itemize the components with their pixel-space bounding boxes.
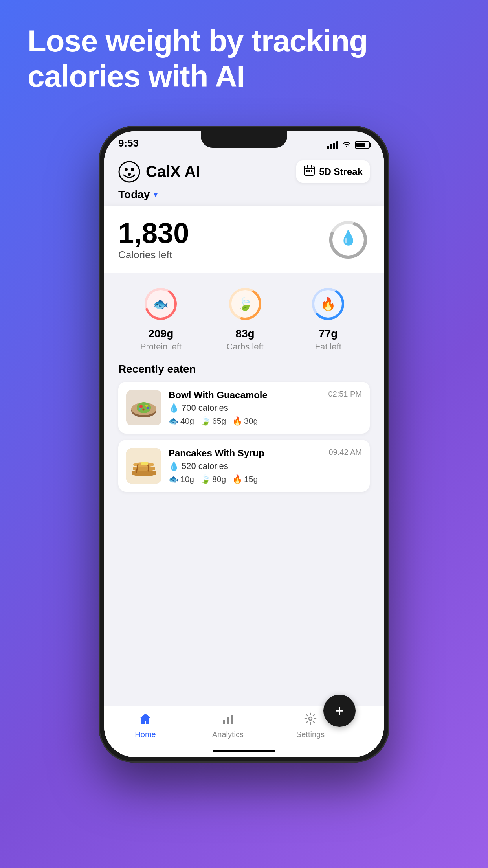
carbs-label: Carbs left [227,342,264,352]
headline-line2: calories with AI [28,59,460,94]
analytics-icon [221,712,235,728]
recently-eaten-title: Recently eaten [118,363,370,375]
pancakes-fat: 15g [244,474,258,484]
home-icon [139,712,152,728]
food-calories-pancakes: 💧 520 calories [169,461,362,471]
svg-point-39 [309,717,312,720]
food-calories-bowl: 💧 700 calories [169,403,362,413]
protein-icon: 🐟 [153,296,169,311]
calendar-icon [303,164,315,179]
food-details-bowl: Bowl With Guacamole 02:51 PM 💧 700 calor… [169,390,362,426]
nav-settings-label: Settings [296,730,325,739]
svg-point-27 [147,407,149,409]
macros-section: 🐟 209g Protein left 🍃 83g Car [104,273,384,363]
bowl-carbs: 65g [212,416,226,426]
pancakes-protein: 10g [180,474,194,484]
svg-point-28 [139,408,141,410]
phone-screen: 9:53 [104,131,384,757]
food-time-bowl: 02:51 PM [328,390,362,399]
svg-rect-36 [223,720,225,724]
app-name: CalX AI [146,163,200,180]
macro-protein: 🐟 209g Protein left [140,284,182,352]
protein-ring: 🐟 [141,284,180,324]
food-image-pancakes [126,448,161,484]
food-image-bowl [126,390,161,425]
food-card-bowl[interactable]: Bowl With Guacamole 02:51 PM 💧 700 calor… [118,382,370,434]
headline: Lose weight by tracking calories with AI [28,24,460,94]
nav-analytics[interactable]: Analytics [187,712,269,739]
protein-label: Protein left [140,342,182,352]
headline-line1: Lose weight by tracking [28,24,460,59]
bottom-nav: Home Analytics + [104,706,384,747]
status-icons [327,140,370,149]
calories-card: 1,830 Calories left 💧 [104,206,384,273]
streak-text: 5D Streak [319,166,363,177]
svg-point-2 [131,168,134,171]
macro-carbs: 🍃 83g Carbs left [226,284,265,352]
svg-point-0 [119,162,139,182]
food-calories-bowl-value: 700 calories [182,403,228,413]
water-ring: 💧 [327,218,370,261]
status-time: 9:53 [118,137,139,149]
svg-rect-37 [227,717,229,724]
svg-rect-8 [306,170,308,172]
date-label: Today [118,188,150,201]
svg-point-1 [125,168,128,171]
wifi-icon [342,140,351,149]
calories-number: 1,830 [118,219,189,247]
svg-rect-35 [141,462,148,465]
recently-eaten-section: Recently eaten [104,363,384,706]
nav-home-label: Home [135,730,156,739]
fat-ring: 🔥 [308,284,348,324]
logo-icon [118,161,140,183]
svg-rect-10 [311,170,312,172]
carbs-value: 83g [235,327,254,340]
fat-value: 77g [319,327,338,340]
home-indicator [213,750,275,752]
fat-label: Fat left [315,342,341,352]
nav-home[interactable]: Home [104,712,187,739]
bowl-protein: 40g [180,416,194,426]
phone-frame: 9:53 [99,126,389,763]
nav-analytics-label: Analytics [212,730,244,739]
food-details-pancakes: Pancakes With Syrup 09:42 AM 💧 520 calor… [169,448,362,484]
svg-text:💧: 💧 [339,229,357,246]
date-selector[interactable]: Today ▾ [104,183,384,206]
app-logo: CalX AI [118,161,200,183]
carbs-icon: 🍃 [237,296,253,311]
svg-rect-31 [132,471,156,475]
bowl-fat: 30g [244,416,258,426]
svg-point-3 [128,173,131,176]
calories-label: Calories left [118,249,189,261]
date-dropdown-icon: ▾ [154,190,158,199]
fab-plus-icon: + [335,703,344,718]
fat-icon: 🔥 [320,296,336,311]
svg-point-24 [139,405,143,408]
calories-info: 1,830 Calories left [118,219,189,261]
battery-icon [355,141,370,149]
home-indicator-bar [104,747,384,757]
carbs-ring: 🍃 [226,284,265,324]
food-macros-pancakes: 🐟10g 🍃80g 🔥15g [169,474,362,484]
food-macros-bowl: 🐟40g 🍃65g 🔥30g [169,416,362,426]
food-name-bowl: Bowl With Guacamole [169,390,268,401]
food-name-pancakes: Pancakes With Syrup [169,448,264,459]
fab-add-button[interactable]: + [323,695,356,727]
food-time-pancakes: 09:42 AM [328,448,362,457]
svg-rect-38 [231,715,233,724]
food-calories-pancakes-value: 520 calories [182,461,228,471]
app-content: CalX AI 5D Streak Today ▾ 1,830 Calorie [104,153,384,757]
svg-point-26 [143,409,145,411]
protein-value: 209g [148,327,173,340]
app-header: CalX AI 5D Streak [104,153,384,183]
svg-rect-33 [133,467,155,470]
food-card-pancakes[interactable]: Pancakes With Syrup 09:42 AM 💧 520 calor… [118,440,370,492]
streak-badge[interactable]: 5D Streak [296,160,370,183]
svg-rect-9 [308,170,310,172]
macro-fat: 🔥 77g Fat left [308,284,348,352]
svg-point-25 [145,405,148,407]
settings-icon [304,712,317,728]
signal-icon [327,141,338,149]
phone-notch [201,131,287,148]
pancakes-carbs: 80g [212,474,226,484]
